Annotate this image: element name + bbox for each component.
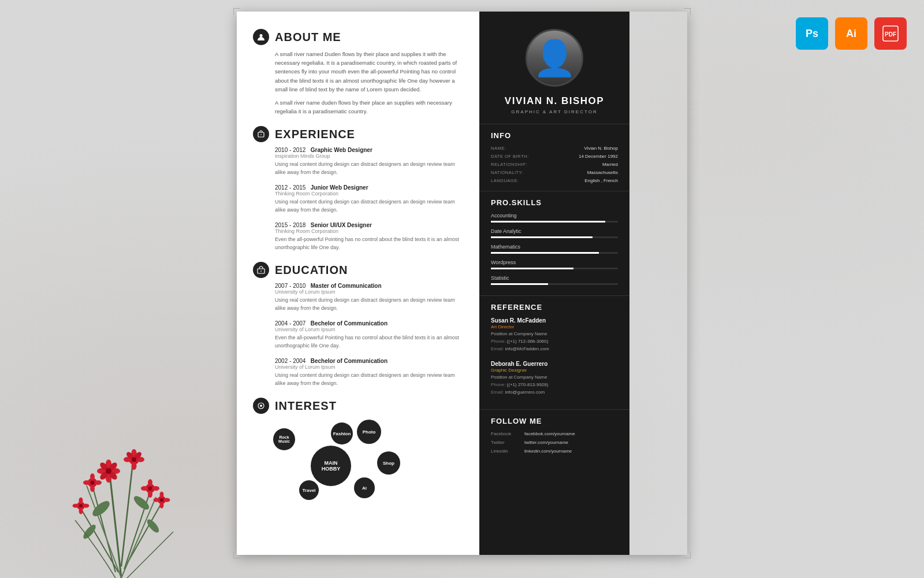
- profile-image-container: [479, 12, 629, 95]
- svg-line-12: [124, 491, 150, 569]
- edu-school: University of Lorum Ipsum: [275, 327, 463, 332]
- info-value: 14 December 1992: [579, 154, 618, 159]
- about-para1: A small river named Duden flows by their…: [275, 50, 463, 94]
- skill-name: Wordpress: [491, 260, 618, 265]
- svg-line-14: [127, 503, 162, 564]
- ref-name: Susan R. McFadden: [491, 317, 618, 324]
- info-row: RELATIONSHIP: Married: [491, 162, 618, 167]
- education-section: EDUCATION 2007 - 2010 Master of Communic…: [253, 262, 463, 387]
- exp-desc: Using real content during design can dis…: [275, 198, 463, 214]
- experience-title: EXPERIENCE: [275, 128, 355, 141]
- skill-bar-fill: [491, 283, 548, 285]
- exp-company: Inspiration Minds Group: [275, 153, 463, 159]
- svg-point-22: [97, 468, 106, 474]
- experience-item: 2010 - 2012 Graphic Web Designer Inspira…: [275, 147, 463, 176]
- exp-company: Thinking Room Corporation: [275, 228, 463, 234]
- exp-years-role: 2015 - 2018 Senior UI/UX Designer: [275, 222, 463, 228]
- svg-point-54: [79, 504, 83, 507]
- svg-point-48: [148, 487, 152, 491]
- edu-school: University of Lorum Ipsum: [275, 289, 463, 295]
- corner-br: [684, 551, 691, 558]
- info-row: LANGUAGE: English , French: [491, 178, 618, 183]
- pdf-icon[interactable]: PDF: [874, 17, 907, 50]
- corner-tl: [233, 8, 240, 15]
- profile-image: [526, 29, 583, 87]
- bubble-fashion: Fashion: [331, 423, 353, 444]
- interest-section: INTEREST MAINHOBBY Photo Fashion Shop Ro…: [253, 398, 463, 512]
- follow-row: Twitter twitter.com/yourname: [491, 440, 618, 445]
- svg-point-26: [99, 470, 109, 481]
- svg-point-31: [132, 462, 137, 470]
- exp-desc: Even the all-powerful Pointing has no co…: [275, 236, 463, 251]
- svg-point-49: [77, 502, 85, 510]
- svg-point-53: [83, 504, 90, 508]
- education-icon: [253, 262, 269, 278]
- ref-position: Position at Company Name: [491, 374, 618, 381]
- illustrator-icon[interactable]: Ai: [835, 17, 867, 50]
- experience-item: 2015 - 2018 Senior UI/UX Designer Thinki…: [275, 222, 463, 251]
- corner-bl: [233, 551, 240, 558]
- profile-silhouette: [527, 31, 582, 85]
- skill-name: Statistic: [491, 275, 618, 281]
- svg-point-45: [148, 491, 152, 498]
- info-title: INFO: [491, 131, 618, 140]
- follow-row: Facebook facebbok.com/yourname: [491, 431, 618, 436]
- svg-point-35: [133, 451, 143, 460]
- svg-point-23: [111, 468, 120, 474]
- skill-bar-fill: [491, 252, 599, 254]
- info-row: NAME: Vivian N. Bishop: [491, 146, 618, 151]
- svg-point-43: [146, 484, 155, 493]
- svg-line-11: [92, 486, 116, 572]
- follow-row: Linkedin linkedin.com/yourname: [491, 449, 618, 454]
- svg-point-52: [73, 504, 79, 508]
- follow-platform: Linkedin: [491, 449, 520, 454]
- ref-position: Position at Company Name: [491, 331, 618, 338]
- follow-section: FOLLOW ME Facebook facebbok.com/yourname…: [479, 409, 629, 462]
- svg-point-39: [90, 485, 95, 492]
- skill-bar-fill: [491, 268, 573, 269]
- reference-item: Deborah E. Guerrero Graphic Designer Pos…: [491, 361, 618, 396]
- education-list: 2007 - 2010 Master of Communication Univ…: [253, 283, 463, 387]
- ref-email: Email: info@McFadden.com: [491, 346, 618, 353]
- info-value: English , French: [584, 178, 618, 183]
- about-icon: [253, 29, 269, 45]
- svg-point-47: [152, 486, 159, 491]
- edu-years-degree: 2004 - 2007 Bechelor of Communication: [275, 320, 463, 327]
- exp-years: 2012 - 2015: [275, 184, 305, 191]
- svg-point-42: [91, 481, 95, 485]
- ref-name: Deborah E. Guerrero: [491, 361, 618, 367]
- info-section: INFO NAME: Vivian N. Bishop DATE OF BIRT…: [479, 124, 629, 191]
- edu-school: University of Lorum Ipsum: [275, 364, 463, 370]
- svg-point-21: [106, 473, 111, 483]
- ref-phone: Phone: ((+1) 270-813-9928): [491, 381, 618, 389]
- experience-header: EXPERIENCE: [253, 126, 463, 142]
- photoshop-icon[interactable]: Ps: [796, 17, 828, 50]
- svg-point-18: [145, 517, 161, 534]
- reference-item: Susan R. McFadden Art Director Position …: [491, 317, 618, 353]
- skill-bar-bg: [491, 268, 618, 269]
- resume-container: ABOUT ME A small river named Duden flows…: [237, 12, 687, 555]
- experience-section: EXPERIENCE 2010 - 2012 Graphic Web Desig…: [253, 126, 463, 251]
- svg-line-13: [81, 509, 118, 572]
- svg-text:PDF: PDF: [885, 31, 896, 38]
- edu-years: 2007 - 2010: [275, 283, 305, 289]
- svg-point-2: [260, 34, 263, 37]
- skills-section: PRO.SKILLS Accounting Date Analytic Math…: [479, 191, 629, 295]
- right-panel: VIVIAN N. BISHOP GRAPHIC & ART DIRECTOR …: [479, 12, 629, 555]
- interest-title: INTEREST: [275, 399, 337, 413]
- info-label: RELATIONSHIP:: [491, 162, 527, 167]
- follow-url: facebbok.com/yourname: [524, 431, 575, 436]
- ref-phone: Phone: ((+1) 712-368-3060): [491, 338, 618, 346]
- exp-company: Thinking Room Corporation: [275, 191, 463, 197]
- svg-point-34: [125, 451, 135, 460]
- skills-title: PRO.SKILLS: [491, 198, 618, 207]
- svg-point-40: [83, 480, 90, 485]
- svg-line-9: [110, 474, 121, 578]
- exp-role: Senior UI/UX Designer: [311, 222, 372, 228]
- experience-item: 2012 - 2015 Junior Web Designer Thinking…: [275, 184, 463, 214]
- svg-point-20: [106, 460, 111, 469]
- info-row: NATIONALITY: Massachusetts: [491, 170, 618, 175]
- info-label: LANGUAGE:: [491, 178, 519, 183]
- edu-years-degree: 2002 - 2004 Bechelor of Communication: [275, 358, 463, 364]
- info-label: NAME:: [491, 146, 506, 151]
